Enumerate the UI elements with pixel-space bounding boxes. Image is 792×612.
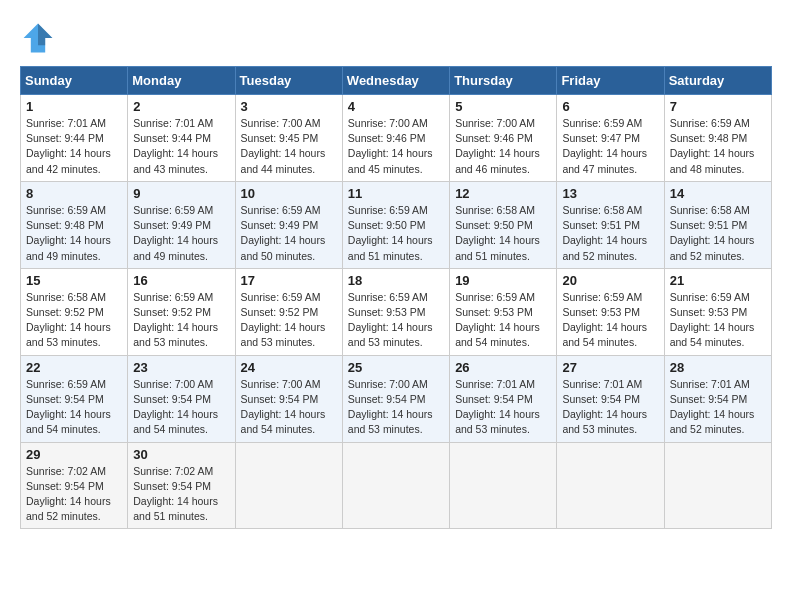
- day-info: Sunrise: 6:59 AM Sunset: 9:54 PM Dayligh…: [26, 377, 122, 438]
- day-number: 2: [133, 99, 229, 114]
- calendar-cell: 20Sunrise: 6:59 AM Sunset: 9:53 PM Dayli…: [557, 268, 664, 355]
- calendar-cell: 30Sunrise: 7:02 AM Sunset: 9:54 PM Dayli…: [128, 442, 235, 529]
- calendar-cell: 10Sunrise: 6:59 AM Sunset: 9:49 PM Dayli…: [235, 181, 342, 268]
- day-number: 24: [241, 360, 337, 375]
- calendar-cell: [450, 442, 557, 529]
- calendar-cell: 24Sunrise: 7:00 AM Sunset: 9:54 PM Dayli…: [235, 355, 342, 442]
- day-number: 8: [26, 186, 122, 201]
- day-info: Sunrise: 6:58 AM Sunset: 9:51 PM Dayligh…: [670, 203, 766, 264]
- day-info: Sunrise: 7:01 AM Sunset: 9:44 PM Dayligh…: [133, 116, 229, 177]
- logo: [20, 20, 62, 56]
- day-info: Sunrise: 6:59 AM Sunset: 9:52 PM Dayligh…: [241, 290, 337, 351]
- day-number: 6: [562, 99, 658, 114]
- calendar-cell: 12Sunrise: 6:58 AM Sunset: 9:50 PM Dayli…: [450, 181, 557, 268]
- day-info: Sunrise: 6:59 AM Sunset: 9:53 PM Dayligh…: [348, 290, 444, 351]
- calendar-cell: 3Sunrise: 7:00 AM Sunset: 9:45 PM Daylig…: [235, 95, 342, 182]
- day-info: Sunrise: 6:59 AM Sunset: 9:48 PM Dayligh…: [26, 203, 122, 264]
- day-number: 18: [348, 273, 444, 288]
- day-info: Sunrise: 7:02 AM Sunset: 9:54 PM Dayligh…: [133, 464, 229, 525]
- page-header: [20, 20, 772, 56]
- day-info: Sunrise: 7:00 AM Sunset: 9:54 PM Dayligh…: [133, 377, 229, 438]
- day-info: Sunrise: 6:59 AM Sunset: 9:53 PM Dayligh…: [455, 290, 551, 351]
- calendar-body: 1Sunrise: 7:01 AM Sunset: 9:44 PM Daylig…: [21, 95, 772, 529]
- day-number: 7: [670, 99, 766, 114]
- calendar-cell: 5Sunrise: 7:00 AM Sunset: 9:46 PM Daylig…: [450, 95, 557, 182]
- weekday-header-friday: Friday: [557, 67, 664, 95]
- day-info: Sunrise: 7:00 AM Sunset: 9:54 PM Dayligh…: [348, 377, 444, 438]
- calendar-table: SundayMondayTuesdayWednesdayThursdayFrid…: [20, 66, 772, 529]
- calendar-week-4: 22Sunrise: 6:59 AM Sunset: 9:54 PM Dayli…: [21, 355, 772, 442]
- calendar-cell: [235, 442, 342, 529]
- calendar-cell: 13Sunrise: 6:58 AM Sunset: 9:51 PM Dayli…: [557, 181, 664, 268]
- day-info: Sunrise: 7:00 AM Sunset: 9:46 PM Dayligh…: [348, 116, 444, 177]
- day-number: 12: [455, 186, 551, 201]
- day-info: Sunrise: 7:00 AM Sunset: 9:46 PM Dayligh…: [455, 116, 551, 177]
- calendar-cell: [342, 442, 449, 529]
- day-number: 29: [26, 447, 122, 462]
- calendar-cell: 15Sunrise: 6:58 AM Sunset: 9:52 PM Dayli…: [21, 268, 128, 355]
- day-info: Sunrise: 7:02 AM Sunset: 9:54 PM Dayligh…: [26, 464, 122, 525]
- day-info: Sunrise: 6:59 AM Sunset: 9:47 PM Dayligh…: [562, 116, 658, 177]
- calendar-cell: [664, 442, 771, 529]
- calendar-cell: 25Sunrise: 7:00 AM Sunset: 9:54 PM Dayli…: [342, 355, 449, 442]
- calendar-cell: 2Sunrise: 7:01 AM Sunset: 9:44 PM Daylig…: [128, 95, 235, 182]
- day-number: 27: [562, 360, 658, 375]
- day-number: 9: [133, 186, 229, 201]
- day-number: 13: [562, 186, 658, 201]
- day-info: Sunrise: 6:59 AM Sunset: 9:50 PM Dayligh…: [348, 203, 444, 264]
- calendar-cell: 27Sunrise: 7:01 AM Sunset: 9:54 PM Dayli…: [557, 355, 664, 442]
- calendar-header-row: SundayMondayTuesdayWednesdayThursdayFrid…: [21, 67, 772, 95]
- calendar-cell: 11Sunrise: 6:59 AM Sunset: 9:50 PM Dayli…: [342, 181, 449, 268]
- day-number: 21: [670, 273, 766, 288]
- day-number: 5: [455, 99, 551, 114]
- day-info: Sunrise: 6:58 AM Sunset: 9:52 PM Dayligh…: [26, 290, 122, 351]
- day-info: Sunrise: 7:01 AM Sunset: 9:54 PM Dayligh…: [455, 377, 551, 438]
- day-number: 25: [348, 360, 444, 375]
- day-info: Sunrise: 7:01 AM Sunset: 9:54 PM Dayligh…: [562, 377, 658, 438]
- day-info: Sunrise: 6:59 AM Sunset: 9:53 PM Dayligh…: [670, 290, 766, 351]
- day-number: 3: [241, 99, 337, 114]
- calendar-cell: 4Sunrise: 7:00 AM Sunset: 9:46 PM Daylig…: [342, 95, 449, 182]
- calendar-cell: 14Sunrise: 6:58 AM Sunset: 9:51 PM Dayli…: [664, 181, 771, 268]
- calendar-cell: 19Sunrise: 6:59 AM Sunset: 9:53 PM Dayli…: [450, 268, 557, 355]
- day-info: Sunrise: 7:00 AM Sunset: 9:54 PM Dayligh…: [241, 377, 337, 438]
- day-number: 1: [26, 99, 122, 114]
- weekday-header-thursday: Thursday: [450, 67, 557, 95]
- calendar-cell: 8Sunrise: 6:59 AM Sunset: 9:48 PM Daylig…: [21, 181, 128, 268]
- day-info: Sunrise: 6:58 AM Sunset: 9:50 PM Dayligh…: [455, 203, 551, 264]
- day-info: Sunrise: 6:59 AM Sunset: 9:53 PM Dayligh…: [562, 290, 658, 351]
- day-info: Sunrise: 6:59 AM Sunset: 9:49 PM Dayligh…: [241, 203, 337, 264]
- calendar-cell: 29Sunrise: 7:02 AM Sunset: 9:54 PM Dayli…: [21, 442, 128, 529]
- calendar-cell: 28Sunrise: 7:01 AM Sunset: 9:54 PM Dayli…: [664, 355, 771, 442]
- calendar-week-2: 8Sunrise: 6:59 AM Sunset: 9:48 PM Daylig…: [21, 181, 772, 268]
- day-info: Sunrise: 6:58 AM Sunset: 9:51 PM Dayligh…: [562, 203, 658, 264]
- day-number: 17: [241, 273, 337, 288]
- weekday-header-wednesday: Wednesday: [342, 67, 449, 95]
- weekday-header-monday: Monday: [128, 67, 235, 95]
- day-number: 10: [241, 186, 337, 201]
- day-info: Sunrise: 7:00 AM Sunset: 9:45 PM Dayligh…: [241, 116, 337, 177]
- day-number: 30: [133, 447, 229, 462]
- day-number: 20: [562, 273, 658, 288]
- day-number: 19: [455, 273, 551, 288]
- day-info: Sunrise: 7:01 AM Sunset: 9:44 PM Dayligh…: [26, 116, 122, 177]
- day-number: 22: [26, 360, 122, 375]
- calendar-cell: 22Sunrise: 6:59 AM Sunset: 9:54 PM Dayli…: [21, 355, 128, 442]
- calendar-week-1: 1Sunrise: 7:01 AM Sunset: 9:44 PM Daylig…: [21, 95, 772, 182]
- calendar-cell: 9Sunrise: 6:59 AM Sunset: 9:49 PM Daylig…: [128, 181, 235, 268]
- day-info: Sunrise: 6:59 AM Sunset: 9:48 PM Dayligh…: [670, 116, 766, 177]
- day-number: 14: [670, 186, 766, 201]
- weekday-header-sunday: Sunday: [21, 67, 128, 95]
- logo-icon: [20, 20, 56, 56]
- weekday-header-saturday: Saturday: [664, 67, 771, 95]
- calendar-cell: 21Sunrise: 6:59 AM Sunset: 9:53 PM Dayli…: [664, 268, 771, 355]
- day-number: 26: [455, 360, 551, 375]
- weekday-header-tuesday: Tuesday: [235, 67, 342, 95]
- day-number: 15: [26, 273, 122, 288]
- calendar-cell: 7Sunrise: 6:59 AM Sunset: 9:48 PM Daylig…: [664, 95, 771, 182]
- calendar-cell: 6Sunrise: 6:59 AM Sunset: 9:47 PM Daylig…: [557, 95, 664, 182]
- calendar-week-3: 15Sunrise: 6:58 AM Sunset: 9:52 PM Dayli…: [21, 268, 772, 355]
- day-number: 11: [348, 186, 444, 201]
- day-number: 23: [133, 360, 229, 375]
- calendar-cell: 1Sunrise: 7:01 AM Sunset: 9:44 PM Daylig…: [21, 95, 128, 182]
